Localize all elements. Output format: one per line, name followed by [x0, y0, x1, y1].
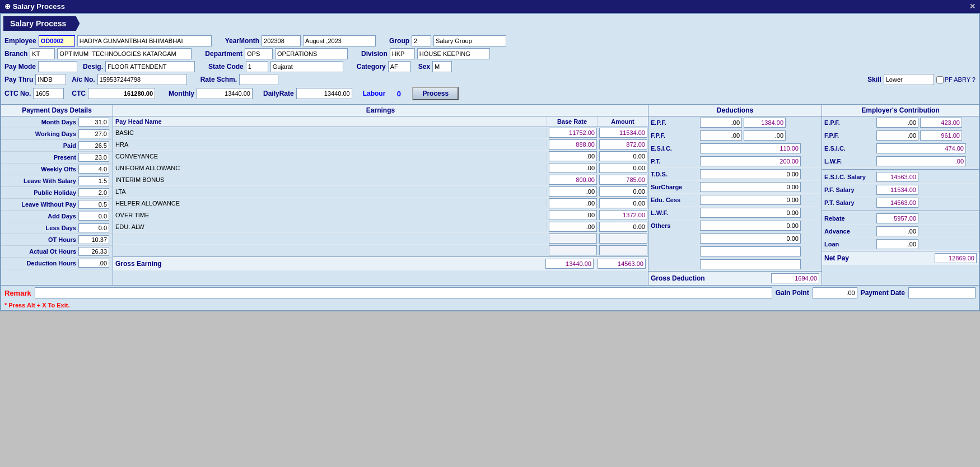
earnings-amount-input[interactable] — [599, 139, 647, 150]
statename-input[interactable] — [270, 61, 343, 72]
dept-name-input[interactable] — [275, 48, 348, 59]
emp-val1[interactable] — [876, 130, 918, 141]
group-input[interactable] — [412, 35, 431, 46]
ded-value[interactable] — [700, 233, 801, 244]
earnings-amount-input[interactable] — [599, 210, 647, 220]
yearmonth-input[interactable] — [262, 35, 301, 46]
dept-code-input[interactable] — [245, 48, 273, 59]
emp-other-value[interactable] — [876, 213, 918, 223]
branch-code-input[interactable] — [30, 48, 55, 59]
pd-value[interactable] — [78, 118, 109, 127]
earnings-rate-input[interactable] — [549, 233, 597, 244]
earnings-rate-input[interactable] — [549, 198, 597, 208]
statecode-input[interactable] — [246, 61, 268, 72]
branch-name-input[interactable] — [57, 48, 192, 59]
pd-value[interactable] — [78, 153, 109, 162]
payment-date-input[interactable] — [908, 287, 976, 298]
pd-value[interactable] — [78, 141, 109, 150]
earnings-rate-input[interactable] — [549, 222, 597, 232]
rateschm-input[interactable] — [239, 74, 278, 85]
earnings-rate-input[interactable] — [549, 210, 597, 220]
employee-label: Employee — [4, 37, 36, 45]
ded-value[interactable] — [700, 195, 801, 205]
process-button[interactable]: Process — [412, 87, 459, 100]
pd-value[interactable] — [78, 165, 109, 174]
pd-value[interactable] — [78, 223, 109, 232]
pd-value[interactable] — [78, 212, 109, 221]
paymode-input[interactable] — [38, 61, 77, 72]
earnings-amount-input[interactable] — [599, 245, 647, 255]
ded-value[interactable] — [700, 143, 801, 153]
paythru-label: Pay Thru — [4, 76, 33, 83]
pd-value[interactable] — [78, 200, 109, 209]
dailyrate-input[interactable] — [296, 88, 352, 99]
ctc-input[interactable] — [88, 88, 155, 99]
salary-group-input[interactable] — [433, 35, 506, 46]
earnings-amount-input[interactable] — [599, 198, 647, 208]
form-row-2: Branch Department Division — [4, 48, 976, 59]
earnings-rate-input[interactable] — [549, 163, 597, 173]
monthly-input[interactable] — [197, 88, 253, 99]
ded-value[interactable] — [700, 156, 801, 166]
ded-value[interactable] — [700, 259, 801, 269]
remark-input[interactable] — [35, 287, 772, 298]
monthname-input[interactable] — [303, 35, 376, 46]
pd-value[interactable] — [78, 235, 109, 244]
earnings-rate-input[interactable] — [549, 151, 597, 161]
emp-salary-value[interactable] — [876, 185, 918, 195]
emp-other-value[interactable] — [876, 239, 918, 249]
div-name-input[interactable] — [417, 48, 490, 59]
pd-value[interactable] — [78, 247, 109, 256]
earnings-amount-input[interactable] — [599, 186, 647, 197]
emp-val1[interactable] — [876, 118, 918, 128]
earnings-amount-input[interactable] — [599, 175, 647, 185]
ded-value[interactable] — [700, 169, 801, 179]
close-button[interactable]: ✕ — [969, 2, 976, 11]
ded-value[interactable] — [700, 208, 801, 218]
emp-value[interactable] — [876, 156, 966, 166]
emp-value[interactable] — [876, 143, 966, 153]
acno-input[interactable] — [97, 74, 187, 85]
pd-value[interactable] — [78, 259, 109, 268]
gross-earning-amount[interactable] — [598, 259, 646, 269]
pd-value[interactable] — [78, 129, 109, 138]
emp-val2[interactable] — [920, 130, 962, 141]
emp-other-value[interactable] — [876, 226, 918, 236]
ded-val1[interactable] — [700, 130, 742, 141]
earnings-amount-input[interactable] — [599, 222, 647, 232]
skill-input[interactable] — [884, 74, 934, 85]
gross-earning-rate[interactable] — [545, 259, 594, 269]
gain-point-input[interactable] — [813, 287, 857, 298]
employee-id-input[interactable] — [39, 35, 75, 46]
earnings-rate-input[interactable] — [549, 186, 597, 197]
emp-salary-value[interactable] — [876, 198, 918, 208]
emp-val2[interactable] — [920, 118, 962, 128]
div-code-input[interactable] — [390, 48, 415, 59]
gross-deduction-value[interactable] — [771, 273, 819, 283]
earnings-rate-input[interactable] — [549, 128, 597, 138]
earnings-amount-input[interactable] — [599, 151, 647, 161]
ctcno-input[interactable] — [33, 88, 64, 99]
ded-value[interactable] — [700, 221, 801, 231]
ded-value[interactable] — [700, 246, 801, 256]
pd-value[interactable] — [78, 188, 109, 197]
ded-val2[interactable] — [744, 130, 786, 141]
ded-value[interactable] — [700, 182, 801, 192]
ded-val1[interactable] — [700, 118, 742, 128]
net-pay-input[interactable] — [935, 253, 977, 263]
sex-input[interactable] — [432, 61, 452, 72]
earnings-rate-input[interactable] — [549, 245, 597, 255]
ded-val2[interactable] — [744, 118, 786, 128]
earnings-amount-input[interactable] — [599, 163, 647, 173]
desig-input[interactable] — [105, 61, 195, 72]
earnings-amount-input[interactable] — [599, 128, 647, 138]
earnings-rate-input[interactable] — [549, 175, 597, 185]
earnings-amount-input[interactable] — [599, 233, 647, 244]
category-input[interactable] — [388, 61, 410, 72]
employee-name-input[interactable] — [77, 35, 212, 46]
pd-value[interactable] — [78, 176, 109, 185]
paythru-input[interactable] — [35, 74, 66, 85]
earnings-rate-input[interactable] — [549, 139, 597, 150]
emp-salary-value[interactable] — [876, 172, 918, 182]
pfabry-checkbox[interactable] — [936, 76, 944, 83]
